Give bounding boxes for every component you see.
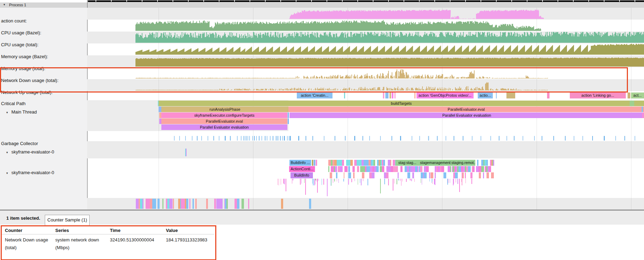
trace-slice[interactable] — [348, 160, 351, 166]
trace-slice[interactable] — [334, 160, 337, 166]
trace-slice[interactable] — [435, 172, 435, 178]
hanging-tick[interactable] — [292, 179, 293, 184]
hanging-tick[interactable] — [450, 179, 450, 183]
counter-mem-bazel[interactable] — [135, 44, 644, 55]
trace-slice[interactable] — [359, 160, 362, 166]
trace-slice[interactable] — [309, 199, 311, 209]
hanging-tick[interactable] — [360, 179, 360, 183]
trace-slice[interactable] — [173, 199, 174, 209]
trace-slice[interactable] — [370, 166, 373, 172]
gc-tick[interactable] — [380, 136, 381, 141]
slice-actio[interactable]: actio... — [478, 93, 493, 98]
gc-tick[interactable] — [345, 136, 346, 141]
trace-slice[interactable] — [340, 166, 343, 172]
hanging-tick[interactable] — [361, 179, 362, 185]
gc-tick[interactable] — [219, 136, 219, 141]
gc-tick[interactable] — [249, 136, 250, 141]
trace-slice[interactable] — [150, 199, 152, 209]
slice[interactable] — [642, 107, 643, 112]
gc-tick[interactable] — [254, 136, 255, 141]
gc-tick[interactable] — [446, 136, 446, 141]
trace-slice[interactable] — [382, 166, 384, 172]
trace-slice[interactable] — [354, 160, 357, 166]
trace-slice[interactable] — [357, 166, 359, 172]
trace-slice[interactable] — [395, 166, 398, 172]
trace-slice[interactable] — [346, 166, 348, 172]
gc-tick[interactable] — [289, 136, 289, 141]
hanging-tick[interactable] — [465, 179, 466, 183]
trace-slice[interactable] — [390, 160, 391, 166]
gc-tick[interactable] — [179, 136, 180, 141]
slice[interactable] — [628, 93, 630, 98]
trace-slice[interactable] — [463, 166, 465, 172]
trace-slice[interactable] — [486, 172, 489, 178]
trace-slice[interactable] — [362, 172, 365, 178]
gc-tick[interactable] — [256, 136, 257, 141]
counter-net-up[interactable] — [135, 82, 548, 91]
trace-slice[interactable] — [152, 199, 155, 209]
counter-action-count[interactable] — [289, 9, 544, 19]
trace-slice[interactable] — [450, 166, 451, 172]
trace-slice[interactable] — [462, 172, 464, 178]
trace-slice[interactable] — [443, 172, 446, 178]
hanging-tick[interactable] — [384, 179, 385, 184]
trace-slice[interactable] — [328, 160, 331, 166]
trace-slice[interactable] — [491, 172, 494, 178]
slice-action-creatin[interactable]: action 'Creatin... — [297, 93, 332, 98]
gc-tick[interactable] — [282, 136, 283, 141]
counter-cpu-bazel[interactable] — [135, 20, 541, 31]
trace-slice[interactable] — [426, 172, 427, 178]
hanging-tick[interactable] — [279, 179, 279, 185]
slice[interactable] — [394, 93, 396, 98]
trace-slice[interactable] — [195, 199, 197, 209]
gc-tick[interactable] — [369, 136, 370, 141]
trace-slice[interactable] — [426, 166, 429, 172]
gc-tick[interactable] — [582, 136, 583, 141]
gc-tick[interactable] — [244, 136, 244, 141]
gc-tick[interactable] — [604, 136, 605, 141]
gc-tick[interactable] — [463, 136, 463, 141]
hanging-tick[interactable] — [432, 179, 433, 182]
hanging-tick[interactable] — [422, 179, 422, 185]
hanging-tick[interactable] — [323, 179, 324, 185]
hanging-tick[interactable] — [337, 179, 337, 182]
gc-tick[interactable] — [276, 136, 276, 141]
trace-slice[interactable] — [412, 172, 414, 178]
trace-slice[interactable] — [136, 199, 139, 209]
trace-slice[interactable] — [373, 160, 375, 166]
slice-parallelevaluator-eval[interactable]: ParallelEvaluator.eval — [161, 118, 287, 124]
trace-slice[interactable] — [468, 166, 471, 172]
trace-slice[interactable] — [368, 166, 370, 172]
gc-tick[interactable] — [213, 136, 214, 141]
gc-tick[interactable] — [490, 136, 491, 141]
gc-tick[interactable] — [298, 136, 299, 141]
trace-slice[interactable] — [453, 172, 455, 178]
trace-slice[interactable] — [465, 172, 465, 178]
counter-cpu-total[interactable] — [135, 32, 644, 43]
trace-slice[interactable] — [354, 166, 355, 172]
trace-slice[interactable] — [186, 199, 188, 209]
gc-tick[interactable] — [265, 136, 266, 141]
slice[interactable] — [383, 93, 384, 98]
gc-tick[interactable] — [574, 136, 574, 141]
gc-tick[interactable] — [635, 136, 635, 141]
slice-skyframeexecutor-configuretargets[interactable]: skyframeExecutor.configureTargets — [161, 112, 287, 118]
deep-tick[interactable] — [459, 179, 460, 192]
trace-slice[interactable] — [415, 166, 418, 172]
gc-tick[interactable] — [428, 136, 429, 141]
trace-slice[interactable] — [343, 160, 344, 166]
hanging-tick[interactable] — [355, 179, 355, 181]
gc-tick[interactable] — [472, 136, 472, 141]
deep-tick[interactable] — [393, 179, 393, 191]
slice-actionconti[interactable]: ActionConti... — [289, 166, 315, 172]
deep-tick[interactable] — [327, 179, 328, 196]
slice[interactable] — [642, 112, 644, 118]
gc-tick[interactable] — [624, 136, 625, 141]
slice[interactable] — [506, 93, 515, 98]
trace-slice[interactable] — [335, 166, 337, 172]
trace-slice[interactable] — [458, 166, 461, 172]
trace-slice[interactable] — [369, 172, 372, 178]
gc-tick[interactable] — [499, 136, 499, 141]
slice-buildinfo[interactable]: BuildInfo ... — [289, 160, 311, 166]
gc-tick[interactable] — [174, 136, 175, 141]
